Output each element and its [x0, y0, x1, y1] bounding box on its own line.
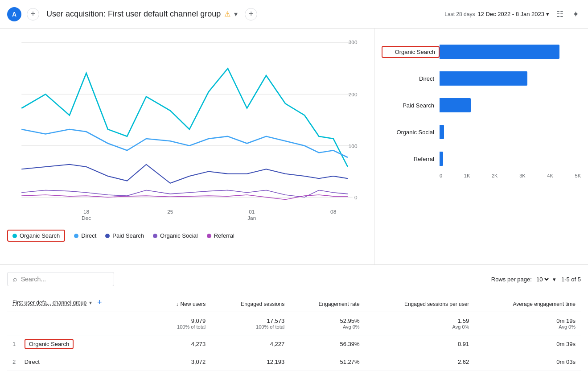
row2-engaged-sessions: 12,193	[211, 353, 290, 371]
customize-report-button[interactable]: ☷	[555, 8, 565, 21]
row2-avg-engagement: 0m 03s	[474, 353, 581, 371]
bar-label-direct: Direct	[382, 75, 440, 82]
page-title: User acquisition: First user default cha…	[46, 8, 444, 21]
bar-fill-referral	[440, 152, 443, 166]
bar-track-direct	[440, 71, 581, 86]
total-new-users-sub: 100% of total	[158, 324, 206, 330]
bar-row-referral[interactable]: Referral	[382, 152, 581, 166]
row2-channel-name[interactable]: Direct	[25, 359, 40, 365]
svg-text:0: 0	[354, 195, 358, 201]
bar-row-organic-social[interactable]: Organic Social	[382, 125, 581, 139]
total-engaged-per-user-value: 1.59	[370, 317, 469, 324]
col-header-engaged-per-user[interactable]: Engaged sessions per user	[365, 293, 475, 312]
sort-arrow-icon: ↓	[176, 301, 179, 307]
table-toolbar: ⌕ Rows per page: 10 25 50 ▾ 1-5 of 5	[7, 272, 581, 286]
row1-engagement-rate: 56.39%	[290, 335, 365, 353]
total-engaged-per-user-sub: Avg 0%	[370, 324, 469, 330]
svg-text:25: 25	[167, 209, 173, 214]
bar-fill-organic-social	[440, 125, 444, 139]
svg-text:18: 18	[83, 209, 89, 214]
col-header-new-users-label: New users	[181, 301, 206, 307]
legend-dot-paid-search	[105, 234, 110, 238]
legend-label-referral: Referral	[214, 232, 234, 239]
chart-legend: Organic Search Direct Paid Search Organi…	[7, 224, 367, 245]
svg-text:100: 100	[349, 143, 358, 149]
line-chart: 300 200 100 0 18 Dec 25 01 Jan 08	[7, 36, 367, 223]
svg-text:Dec: Dec	[82, 215, 91, 221]
col-header-engaged-per-user-label: Engaged sessions per user	[404, 301, 469, 307]
search-box[interactable]: ⌕	[7, 272, 114, 286]
new-tab-button[interactable]: +	[27, 8, 39, 21]
legend-dot-direct	[74, 234, 78, 238]
bar-label-referral: Referral	[382, 156, 440, 162]
table-section: ⌕ Rows per page: 10 25 50 ▾ 1-5 of 5 Fir	[0, 265, 588, 371]
legend-dot-organic-search	[12, 234, 17, 238]
legend-item-organic-search[interactable]: Organic Search	[7, 230, 65, 242]
date-range: Last 28 days 12 Dec 2022 - 8 Jan 2023 ▾	[444, 11, 549, 17]
title-dropdown-button[interactable]: ▾	[234, 10, 238, 18]
total-engaged-sessions-value: 17,573	[216, 317, 284, 324]
bar-row-organic-search[interactable]: Organic Search	[382, 45, 581, 59]
add-comparison-button[interactable]: +	[245, 8, 257, 21]
row1-num: 1	[12, 341, 16, 347]
table-row[interactable]: 1 Organic Search 4,273 4,227 56.39% 0.91…	[7, 335, 581, 353]
xaxis-5k: 5K	[575, 173, 581, 178]
date-range-value: 12 Dec 2022 - 8 Jan 2023	[477, 11, 544, 17]
bar-label-organic-search: Organic Search	[382, 46, 440, 58]
legend-item-paid-search[interactable]: Paid Search	[105, 232, 144, 239]
legend-label-organic-search: Organic Search	[20, 232, 60, 239]
legend-item-organic-social[interactable]: Organic Social	[153, 232, 198, 239]
add-column-button[interactable]: +	[97, 298, 102, 307]
total-avg-engagement-value: 0m 19s	[480, 317, 576, 324]
legend-item-referral[interactable]: Referral	[207, 232, 234, 239]
legend-item-direct[interactable]: Direct	[74, 232, 96, 239]
topbar-right: Last 28 days 12 Dec 2022 - 8 Jan 2023 ▾ …	[444, 8, 581, 21]
dropdown-chevron: ▾	[553, 276, 556, 283]
search-icon: ⌕	[13, 275, 17, 283]
col-header-avg-engagement-label: Average engagement time	[513, 301, 576, 307]
col-header-new-users[interactable]: ↓ New users	[152, 293, 211, 312]
xaxis-0: 0	[440, 173, 442, 178]
xaxis-1k: 1K	[464, 173, 470, 178]
bar-row-direct[interactable]: Direct	[382, 71, 581, 86]
bar-track-organic-social	[440, 125, 581, 139]
total-avg-engagement: 0m 19s Avg 0%	[474, 312, 581, 335]
search-input[interactable]	[21, 276, 108, 283]
bar-track-paid-search	[440, 98, 581, 112]
col-header-avg-engagement[interactable]: Average engagement time	[474, 293, 581, 312]
col-header-engaged-sessions-label: Engaged sessions	[241, 301, 284, 307]
warning-icon: ⚠	[224, 10, 230, 18]
row1-new-users: 4,273	[152, 335, 211, 353]
avatar: A	[7, 7, 21, 21]
total-engaged-sessions-sub: 100% of total	[216, 324, 284, 330]
rows-per-page-select[interactable]: 10 25 50	[535, 276, 550, 283]
col-header-engagement-rate-label: Engagement rate	[319, 301, 360, 307]
total-engagement-rate-value: 52.95%	[295, 317, 359, 324]
row1-channel-name[interactable]: Organic Search	[25, 339, 74, 349]
col-header-engagement-rate[interactable]: Engagement rate	[290, 293, 365, 312]
bar-chart: Organic Search Direct Paid Search Organi…	[382, 45, 581, 232]
row1-engaged-sessions: 4,227	[211, 335, 290, 353]
total-engaged-sessions: 17,573 100% of total	[211, 312, 290, 335]
col-header-channel[interactable]: First user defa... channel group ▾ +	[7, 293, 152, 312]
legend-dot-referral	[207, 234, 211, 238]
row1-avg-engagement: 0m 39s	[474, 335, 581, 353]
bar-chart-container: Organic Search Direct Paid Search Organi…	[374, 29, 588, 264]
table-row[interactable]: 2 Direct 3,072 12,193 51.27% 2.62 0m 03s	[7, 353, 581, 371]
col-header-channel-dropdown[interactable]: ▾	[89, 300, 92, 306]
svg-text:Jan: Jan	[247, 215, 256, 221]
rows-per-page-label: Rows per page:	[491, 276, 532, 283]
bar-track-organic-search	[440, 45, 581, 59]
row1-engaged-per-user: 0.91	[365, 335, 475, 353]
topbar: A + User acquisition: First user default…	[0, 0, 588, 29]
total-new-users: 9,079 100% of total	[152, 312, 211, 335]
bar-row-paid-search[interactable]: Paid Search	[382, 98, 581, 112]
xaxis-4k: 4K	[547, 173, 553, 178]
share-button[interactable]: ✦	[571, 8, 581, 21]
row2-engagement-rate: 51.27%	[290, 353, 365, 371]
col-header-channel-label: First user defa... channel group	[12, 300, 86, 306]
date-range-dropdown[interactable]: 12 Dec 2022 - 8 Jan 2023 ▾	[477, 11, 549, 17]
bar-label-paid-search: Paid Search	[382, 102, 440, 109]
row2-num: 2	[12, 359, 16, 365]
col-header-engaged-sessions[interactable]: Engaged sessions	[211, 293, 290, 312]
